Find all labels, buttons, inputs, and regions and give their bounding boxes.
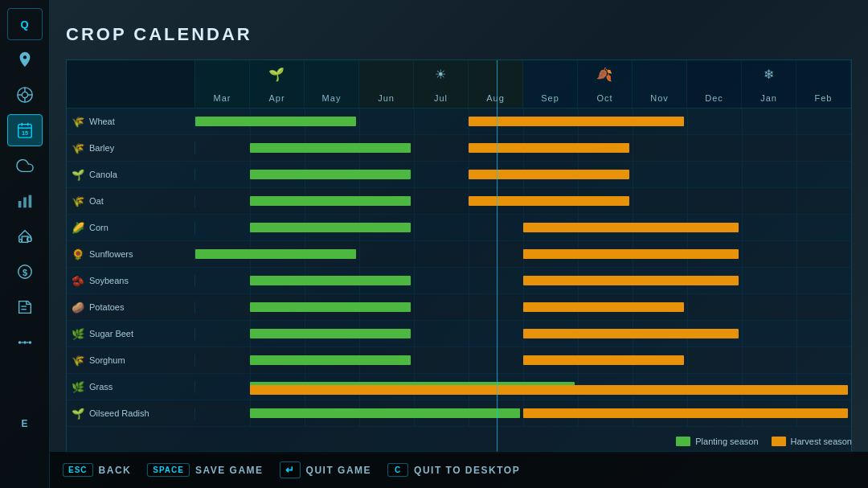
month-grid-line xyxy=(796,215,797,240)
table-row: 🌾Oat xyxy=(67,188,851,215)
crop-bars xyxy=(195,294,851,320)
month-grid-line xyxy=(796,109,797,134)
sidebar-item-e[interactable]: E xyxy=(7,408,43,440)
month-grid-line xyxy=(796,135,797,161)
month-grid-line xyxy=(469,347,469,373)
crop-label-oat: 🌾Oat xyxy=(67,195,195,207)
sidebar-item-stats[interactable] xyxy=(7,185,43,217)
month-col-oct: 🍂Oct xyxy=(578,60,633,108)
crop-name: Soybeans xyxy=(89,276,129,285)
month-col-aug: Aug xyxy=(469,60,523,108)
table-row: 🌱Oilseed Radish xyxy=(67,400,851,427)
harvest-label: Harvest season xyxy=(791,437,852,446)
month-grid-line xyxy=(851,215,852,240)
month-label-jul: Jul xyxy=(434,93,448,103)
planting-legend: Planting season xyxy=(676,437,758,446)
sidebar-item-map[interactable] xyxy=(7,43,43,76)
table-row: 🌻Sunflowers xyxy=(67,241,851,268)
enter-key: ↵ xyxy=(280,461,301,478)
quit-desktop-label: QUIT TO DESKTOP xyxy=(414,465,520,476)
month-grid-line xyxy=(851,321,852,347)
crop-name: Sugar Beet xyxy=(89,329,133,338)
month-grid-line xyxy=(796,268,797,293)
planting-bar xyxy=(250,223,411,232)
month-label-may: May xyxy=(322,93,342,103)
crop-label-sunflowers: 🌻Sunflowers xyxy=(67,248,195,260)
month-grid-line xyxy=(469,321,469,347)
month-col-apr: 🌱Apr xyxy=(250,60,305,108)
crop-name: Potatoes xyxy=(89,302,124,312)
crop-icon: 🌱 xyxy=(72,408,84,420)
month-grid-line xyxy=(742,241,743,267)
month-col-mar: Mar xyxy=(195,60,250,108)
month-grid-line xyxy=(414,135,415,161)
month-grid-line xyxy=(851,241,852,267)
main-content: CROP CALENDAR Mar🌱AprMayJun☀JulAugSep🍂Oc… xyxy=(50,0,868,488)
crop-icon: 🌾 xyxy=(72,355,84,367)
sidebar-item-connections[interactable] xyxy=(7,326,43,359)
planting-bar xyxy=(250,276,411,285)
harvest-bar xyxy=(523,302,684,312)
month-grid-line xyxy=(796,321,797,347)
crop-icon: 🌾 xyxy=(72,116,84,128)
month-grid-line xyxy=(851,374,852,400)
svg-rect-13 xyxy=(28,195,31,208)
month-grid-line xyxy=(742,162,743,187)
month-grid-line xyxy=(469,215,469,240)
month-grid-line xyxy=(687,294,688,320)
esc-key: ESC xyxy=(63,463,93,477)
sidebar-item-farm[interactable] xyxy=(7,220,43,252)
month-grid-line xyxy=(851,162,852,187)
month-label-jun: Jun xyxy=(378,93,395,103)
back-button[interactable]: ESC BACK xyxy=(63,463,131,477)
crop-name: Oilseed Radish xyxy=(89,408,149,418)
table-row: 🌾Barley xyxy=(67,135,851,162)
planting-bar xyxy=(195,249,356,259)
crop-calendar: Mar🌱AprMayJun☀JulAugSep🍂OctNovDec❄JanFeb… xyxy=(66,59,852,453)
month-grid-line xyxy=(851,135,852,161)
sidebar-item-vehicle[interactable] xyxy=(7,79,43,111)
table-row: 🌿Grass xyxy=(67,374,851,400)
sidebar-item-finances[interactable]: $ xyxy=(7,256,43,288)
svg-rect-12 xyxy=(23,197,27,207)
crop-bars xyxy=(195,321,851,347)
quit-desktop-button[interactable]: C QUIT TO DESKTOP xyxy=(387,463,520,477)
planting-bar xyxy=(250,408,520,418)
month-grid-line xyxy=(742,347,743,373)
crop-bars xyxy=(195,135,851,161)
crop-bars xyxy=(195,109,851,134)
month-grid-line xyxy=(796,188,797,214)
crop-label-sorghum: 🌾Sorghum xyxy=(67,355,195,367)
planting-label: Planting season xyxy=(695,437,758,446)
crop-bars xyxy=(195,241,851,267)
sidebar-item-calendar[interactable]: 15 xyxy=(7,114,43,146)
harvest-bar xyxy=(523,408,848,418)
planting-bar xyxy=(250,302,411,312)
sidebar-item-quick[interactable]: Q xyxy=(7,8,43,40)
back-label: BACK xyxy=(99,465,132,476)
crop-label-potatoes: 🥔Potatoes xyxy=(67,301,195,314)
svg-text:$: $ xyxy=(22,268,27,277)
quit-game-button[interactable]: ↵ QUIT GAME xyxy=(280,461,372,478)
month-grid-line xyxy=(796,162,797,187)
month-grid-line xyxy=(851,347,852,373)
month-label-nov: Nov xyxy=(650,93,669,103)
month-col-feb: Feb xyxy=(796,60,851,108)
month-grid-line xyxy=(851,294,852,320)
month-grid-line xyxy=(851,188,852,214)
crop-bars xyxy=(195,215,851,240)
table-row: 🌾Sorghum xyxy=(67,347,851,374)
crop-label-sugar-beet: 🌿Sugar Beet xyxy=(67,328,195,340)
month-grid-line xyxy=(742,321,743,347)
calendar-header: Mar🌱AprMayJun☀JulAugSep🍂OctNovDec❄JanFeb xyxy=(67,60,851,109)
svg-point-21 xyxy=(18,341,21,344)
month-col-jun: Jun xyxy=(359,60,414,108)
month-grid-line xyxy=(687,109,688,134)
month-grid-line xyxy=(851,268,852,293)
sidebar-item-contracts[interactable] xyxy=(7,291,43,323)
month-col-dec: Dec xyxy=(687,60,742,108)
sidebar-item-weather[interactable] xyxy=(7,150,43,182)
save-game-button[interactable]: SPACE SAVE GAME xyxy=(147,463,263,477)
svg-rect-11 xyxy=(18,201,21,207)
harvest-bar xyxy=(469,143,629,153)
